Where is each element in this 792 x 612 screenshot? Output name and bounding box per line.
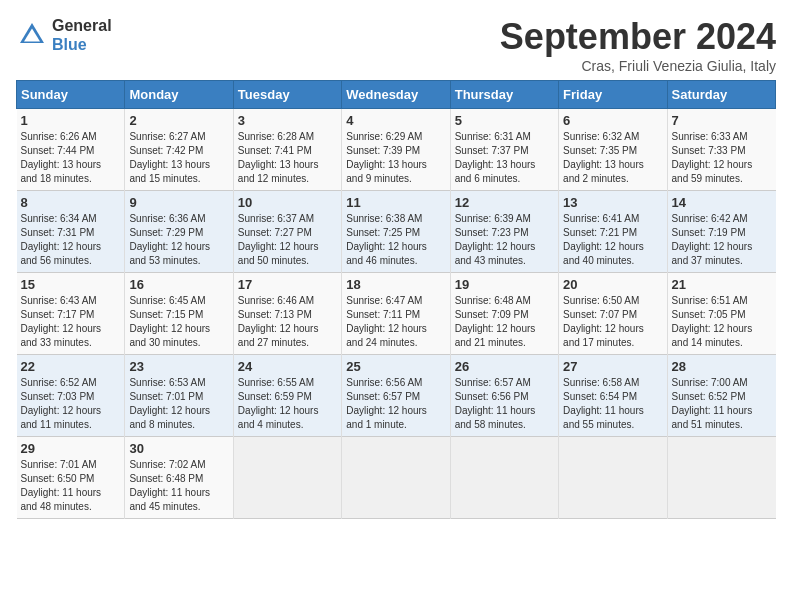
day-header-sunday: Sunday <box>17 81 125 109</box>
calendar-cell: 10Sunrise: 6:37 AM Sunset: 7:27 PM Dayli… <box>233 191 341 273</box>
day-number: 10 <box>238 195 337 210</box>
day-number: 6 <box>563 113 662 128</box>
day-number: 27 <box>563 359 662 374</box>
day-number: 26 <box>455 359 554 374</box>
calendar-table: SundayMondayTuesdayWednesdayThursdayFrid… <box>16 80 776 519</box>
calendar-cell: 9Sunrise: 6:36 AM Sunset: 7:29 PM Daylig… <box>125 191 233 273</box>
day-info: Sunrise: 7:00 AM Sunset: 6:52 PM Dayligh… <box>672 376 772 432</box>
day-number: 20 <box>563 277 662 292</box>
header-row: SundayMondayTuesdayWednesdayThursdayFrid… <box>17 81 776 109</box>
day-number: 7 <box>672 113 772 128</box>
day-info: Sunrise: 6:42 AM Sunset: 7:19 PM Dayligh… <box>672 212 772 268</box>
calendar-cell <box>342 437 450 519</box>
day-info: Sunrise: 6:51 AM Sunset: 7:05 PM Dayligh… <box>672 294 772 350</box>
day-number: 3 <box>238 113 337 128</box>
calendar-cell: 4Sunrise: 6:29 AM Sunset: 7:39 PM Daylig… <box>342 109 450 191</box>
day-info: Sunrise: 6:43 AM Sunset: 7:17 PM Dayligh… <box>21 294 121 350</box>
calendar-cell: 6Sunrise: 6:32 AM Sunset: 7:35 PM Daylig… <box>559 109 667 191</box>
calendar-title: September 2024 <box>500 16 776 58</box>
day-info: Sunrise: 6:34 AM Sunset: 7:31 PM Dayligh… <box>21 212 121 268</box>
day-number: 9 <box>129 195 228 210</box>
day-number: 13 <box>563 195 662 210</box>
calendar-cell: 20Sunrise: 6:50 AM Sunset: 7:07 PM Dayli… <box>559 273 667 355</box>
day-number: 14 <box>672 195 772 210</box>
calendar-subtitle: Cras, Friuli Venezia Giulia, Italy <box>500 58 776 74</box>
calendar-cell: 7Sunrise: 6:33 AM Sunset: 7:33 PM Daylig… <box>667 109 775 191</box>
calendar-cell: 8Sunrise: 6:34 AM Sunset: 7:31 PM Daylig… <box>17 191 125 273</box>
logo-line1: General <box>52 16 112 35</box>
logo-text: General Blue <box>52 16 112 54</box>
title-section: September 2024 Cras, Friuli Venezia Giul… <box>500 16 776 74</box>
day-info: Sunrise: 6:37 AM Sunset: 7:27 PM Dayligh… <box>238 212 337 268</box>
day-number: 16 <box>129 277 228 292</box>
calendar-cell: 23Sunrise: 6:53 AM Sunset: 7:01 PM Dayli… <box>125 355 233 437</box>
day-number: 2 <box>129 113 228 128</box>
day-number: 29 <box>21 441 121 456</box>
calendar-cell: 19Sunrise: 6:48 AM Sunset: 7:09 PM Dayli… <box>450 273 558 355</box>
logo: General Blue <box>16 16 112 54</box>
calendar-cell: 21Sunrise: 6:51 AM Sunset: 7:05 PM Dayli… <box>667 273 775 355</box>
day-info: Sunrise: 6:57 AM Sunset: 6:56 PM Dayligh… <box>455 376 554 432</box>
calendar-cell: 2Sunrise: 6:27 AM Sunset: 7:42 PM Daylig… <box>125 109 233 191</box>
calendar-cell: 26Sunrise: 6:57 AM Sunset: 6:56 PM Dayli… <box>450 355 558 437</box>
calendar-cell <box>233 437 341 519</box>
day-header-monday: Monday <box>125 81 233 109</box>
day-info: Sunrise: 6:36 AM Sunset: 7:29 PM Dayligh… <box>129 212 228 268</box>
day-info: Sunrise: 6:46 AM Sunset: 7:13 PM Dayligh… <box>238 294 337 350</box>
day-number: 23 <box>129 359 228 374</box>
day-info: Sunrise: 6:28 AM Sunset: 7:41 PM Dayligh… <box>238 130 337 186</box>
day-number: 30 <box>129 441 228 456</box>
calendar-cell: 3Sunrise: 6:28 AM Sunset: 7:41 PM Daylig… <box>233 109 341 191</box>
day-number: 15 <box>21 277 121 292</box>
day-info: Sunrise: 6:47 AM Sunset: 7:11 PM Dayligh… <box>346 294 445 350</box>
day-number: 21 <box>672 277 772 292</box>
day-number: 12 <box>455 195 554 210</box>
day-info: Sunrise: 6:31 AM Sunset: 7:37 PM Dayligh… <box>455 130 554 186</box>
calendar-cell: 14Sunrise: 6:42 AM Sunset: 7:19 PM Dayli… <box>667 191 775 273</box>
calendar-cell: 12Sunrise: 6:39 AM Sunset: 7:23 PM Dayli… <box>450 191 558 273</box>
calendar-cell: 24Sunrise: 6:55 AM Sunset: 6:59 PM Dayli… <box>233 355 341 437</box>
calendar-cell: 11Sunrise: 6:38 AM Sunset: 7:25 PM Dayli… <box>342 191 450 273</box>
calendar-cell: 29Sunrise: 7:01 AM Sunset: 6:50 PM Dayli… <box>17 437 125 519</box>
day-number: 17 <box>238 277 337 292</box>
day-number: 5 <box>455 113 554 128</box>
day-info: Sunrise: 6:27 AM Sunset: 7:42 PM Dayligh… <box>129 130 228 186</box>
day-header-friday: Friday <box>559 81 667 109</box>
calendar-cell <box>559 437 667 519</box>
day-number: 28 <box>672 359 772 374</box>
calendar-cell <box>450 437 558 519</box>
day-info: Sunrise: 6:56 AM Sunset: 6:57 PM Dayligh… <box>346 376 445 432</box>
calendar-cell: 13Sunrise: 6:41 AM Sunset: 7:21 PM Dayli… <box>559 191 667 273</box>
calendar-cell <box>667 437 775 519</box>
calendar-cell: 25Sunrise: 6:56 AM Sunset: 6:57 PM Dayli… <box>342 355 450 437</box>
day-number: 1 <box>21 113 121 128</box>
logo-icon <box>16 19 48 51</box>
calendar-cell: 22Sunrise: 6:52 AM Sunset: 7:03 PM Dayli… <box>17 355 125 437</box>
calendar-cell: 28Sunrise: 7:00 AM Sunset: 6:52 PM Dayli… <box>667 355 775 437</box>
day-header-thursday: Thursday <box>450 81 558 109</box>
day-number: 4 <box>346 113 445 128</box>
day-info: Sunrise: 6:48 AM Sunset: 7:09 PM Dayligh… <box>455 294 554 350</box>
day-info: Sunrise: 6:38 AM Sunset: 7:25 PM Dayligh… <box>346 212 445 268</box>
day-info: Sunrise: 6:50 AM Sunset: 7:07 PM Dayligh… <box>563 294 662 350</box>
calendar-cell: 16Sunrise: 6:45 AM Sunset: 7:15 PM Dayli… <box>125 273 233 355</box>
day-number: 18 <box>346 277 445 292</box>
calendar-cell: 5Sunrise: 6:31 AM Sunset: 7:37 PM Daylig… <box>450 109 558 191</box>
day-number: 25 <box>346 359 445 374</box>
header: General Blue September 2024 Cras, Friuli… <box>16 16 776 74</box>
day-info: Sunrise: 6:41 AM Sunset: 7:21 PM Dayligh… <box>563 212 662 268</box>
day-header-saturday: Saturday <box>667 81 775 109</box>
day-number: 24 <box>238 359 337 374</box>
week-row-5: 29Sunrise: 7:01 AM Sunset: 6:50 PM Dayli… <box>17 437 776 519</box>
day-info: Sunrise: 6:45 AM Sunset: 7:15 PM Dayligh… <box>129 294 228 350</box>
calendar-cell: 1Sunrise: 6:26 AM Sunset: 7:44 PM Daylig… <box>17 109 125 191</box>
day-info: Sunrise: 6:58 AM Sunset: 6:54 PM Dayligh… <box>563 376 662 432</box>
day-info: Sunrise: 7:02 AM Sunset: 6:48 PM Dayligh… <box>129 458 228 514</box>
day-number: 19 <box>455 277 554 292</box>
day-header-tuesday: Tuesday <box>233 81 341 109</box>
calendar-cell: 30Sunrise: 7:02 AM Sunset: 6:48 PM Dayli… <box>125 437 233 519</box>
day-info: Sunrise: 6:53 AM Sunset: 7:01 PM Dayligh… <box>129 376 228 432</box>
calendar-cell: 27Sunrise: 6:58 AM Sunset: 6:54 PM Dayli… <box>559 355 667 437</box>
day-number: 11 <box>346 195 445 210</box>
day-number: 22 <box>21 359 121 374</box>
